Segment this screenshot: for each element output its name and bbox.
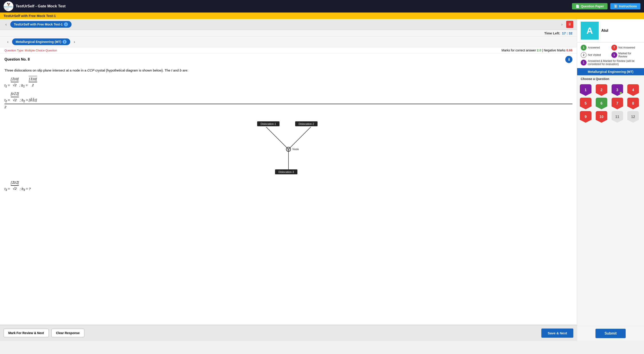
not-answered-label: Not Answered xyxy=(618,46,635,49)
section-nav-right: › 🖩 xyxy=(560,21,573,28)
not-answered-badge: 7 xyxy=(611,45,617,50)
question-paper-button[interactable]: 📄 Question Paper xyxy=(572,3,607,9)
formula-2: t2 = [01̄1̄]√2 ; b2 = [0̄1̄1]2 xyxy=(4,91,572,110)
answered-marked-badge: 1 xyxy=(581,60,586,65)
choose-question-label: Choose a Question xyxy=(577,75,644,82)
marks-neg: 0.66 xyxy=(566,48,572,52)
subject-prev-button[interactable]: ‹ xyxy=(5,39,10,45)
svg-line-2 xyxy=(288,127,311,149)
submit-area: Submit xyxy=(577,326,644,341)
question-diagram: Dislocation-1 Dislocation-2 Dislocation-… xyxy=(253,113,324,176)
marked-label: Marked for Review xyxy=(618,52,641,58)
section-info-icon[interactable]: i xyxy=(64,22,68,26)
formula-3: t3 = [1̄01̄]√2 ; b3 = ? xyxy=(4,180,572,192)
legend-not-visited: 2 Not Visited xyxy=(581,52,610,58)
info-icon: ℹ️ xyxy=(614,4,618,8)
question-btn-11[interactable]: 11 xyxy=(612,111,623,123)
subject-info-icon[interactable]: i xyxy=(62,40,67,44)
question-body: Three dislocations on slip plane interse… xyxy=(4,67,572,73)
calculator-icon[interactable]: 🖩 xyxy=(566,21,573,28)
avatar: A xyxy=(581,22,598,39)
question-btn-6[interactable]: 6 xyxy=(596,98,607,109)
question-btn-7[interactable]: 7 xyxy=(612,98,623,109)
legend-not-answered: 7 Not Answered xyxy=(611,45,641,50)
grid-section-header: Metallurgical Engineering (MT) xyxy=(577,68,644,75)
time-bar: Time Left: 17 : 32 xyxy=(0,30,577,37)
question-area: ‹ TestUrSelf with Free Mock Test-1 i › 🖩… xyxy=(0,19,577,341)
section-nav: ‹ TestUrSelf with Free Mock Test-1 i › 🖩 xyxy=(0,19,577,30)
marked-badge: 1 xyxy=(611,52,617,58)
legend-area: 1 Answered 7 Not Answered 2 Not Visited … xyxy=(577,42,644,68)
bottom-bar: Mark For Review & Next Clear Response Sa… xyxy=(0,325,577,341)
submit-button[interactable]: Submit xyxy=(596,329,626,338)
question-content: Three dislocations on slip plane interse… xyxy=(0,65,577,325)
svg-text:Dislocation-3: Dislocation-3 xyxy=(278,171,294,174)
marks-neg-label: Negative Marks xyxy=(544,48,566,52)
answered-marked-label: Answered & Marked for Review (will be co… xyxy=(588,59,640,66)
band-label: TestUrSelf with Free Mock Test-1 xyxy=(4,14,56,18)
svg-text:Dislocation-2: Dislocation-2 xyxy=(298,122,314,126)
svg-text:Dislocation-1: Dislocation-1 xyxy=(260,122,276,126)
question-btn-4[interactable]: 4 xyxy=(627,84,639,96)
clear-response-button[interactable]: Clear Response xyxy=(52,329,84,337)
svg-text:Node: Node xyxy=(292,148,299,151)
question-btn-12[interactable]: 12 xyxy=(627,111,639,123)
subject-pill: Metallurgical Engineering (MT) i xyxy=(12,38,70,45)
question-number: Question No. 8 xyxy=(4,57,30,61)
formula-1: t1 = [1̄10]√2 ; b1 = [1̄10]2 xyxy=(4,76,572,89)
top-bar: 🦅 TESTURSELF TRY. TEST. TRIUMPH TestUrSe… xyxy=(0,0,644,12)
logo-area: 🦅 TESTURSELF TRY. TEST. TRIUMPH TestUrSe… xyxy=(4,1,66,11)
marks-prefix: Marks for correct answer xyxy=(502,48,536,52)
not-visited-label: Not Visited xyxy=(588,53,601,56)
save-next-button[interactable]: Save & Next xyxy=(541,329,573,338)
section-name: TestUrSelf with Free Mock Test-1 xyxy=(14,22,62,26)
instructions-button[interactable]: ℹ️ Instructions xyxy=(610,3,640,9)
question-btn-3[interactable]: 3 xyxy=(612,84,623,96)
legend-answered-marked: 1 Answered & Marked for Review (will be … xyxy=(581,59,640,66)
right-sidebar: A Atul 1 Answered 7 Not Answered xyxy=(577,19,644,341)
question-grid: 123456789101112 xyxy=(577,82,644,124)
mark-review-button[interactable]: Mark For Review & Next xyxy=(4,329,49,337)
question-btn-10[interactable]: 10 xyxy=(596,111,607,123)
time-label: Time Left: xyxy=(544,31,560,35)
legend-answered: 1 Answered xyxy=(581,45,610,50)
section-next-button[interactable]: › xyxy=(560,22,564,27)
marks-correct: 2.0 xyxy=(537,48,541,52)
test-title: TestUrSelf - Gate Mock Test xyxy=(16,4,66,8)
marks-info: Marks for correct answer 2.0 | Negative … xyxy=(502,48,572,52)
question-btn-2[interactable]: 2 xyxy=(596,84,607,96)
question-meta: Question Type: Multiple Choice Question … xyxy=(0,47,577,54)
question-btn-5[interactable]: 5 xyxy=(580,98,592,109)
bookmark-button[interactable]: ⬇ xyxy=(565,56,572,63)
section-prev-button[interactable]: ‹ xyxy=(4,22,8,27)
question-btn-8[interactable]: 8 xyxy=(627,98,639,109)
question-type: Question Type: Multiple Choice Question xyxy=(4,49,57,52)
question-btn-9[interactable]: 9 xyxy=(580,111,592,123)
subject-bar: ‹ Metallurgical Engineering (MT) i › xyxy=(0,37,577,47)
subject-next-button[interactable]: › xyxy=(72,39,77,45)
answered-badge: 1 xyxy=(581,45,586,50)
svg-line-1 xyxy=(266,127,288,149)
logo-icon: 🦅 TESTURSELF TRY. TEST. TRIUMPH xyxy=(4,1,14,11)
legend-marked: 1 Marked for Review xyxy=(611,52,641,58)
not-visited-badge: 2 xyxy=(581,52,586,58)
question-header: Question No. 8 ⬇ xyxy=(0,54,577,65)
user-name: Atul xyxy=(601,29,608,33)
top-right-buttons: 📄 Question Paper ℹ️ Instructions xyxy=(572,3,640,9)
profile-area: A Atul xyxy=(577,19,644,42)
section-pill: TestUrSelf with Free Mock Test-1 i xyxy=(10,21,72,28)
question-btn-1[interactable]: 1 xyxy=(580,84,592,96)
answered-label: Answered xyxy=(588,46,600,49)
main-layout: ‹ TestUrSelf with Free Mock Test-1 i › 🖩… xyxy=(0,19,644,341)
subject-name: Metallurgical Engineering (MT) xyxy=(16,40,61,43)
yellow-band: TestUrSelf with Free Mock Test-1 xyxy=(0,12,644,19)
document-icon: 📄 xyxy=(576,4,580,8)
time-value: 17 : 32 xyxy=(562,31,572,35)
